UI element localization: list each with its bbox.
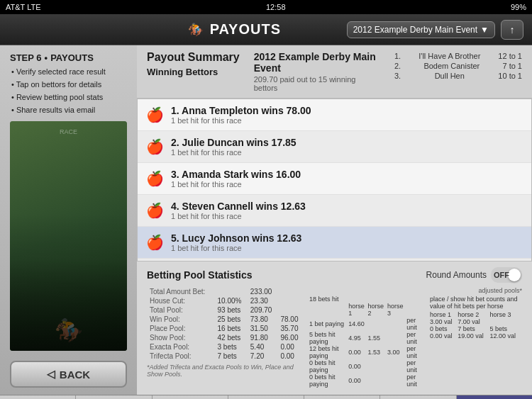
wins-table: horse 1 horse 2 horse 3 1 bet paying 14.… xyxy=(309,303,424,388)
show-h2: 1.53 xyxy=(368,345,387,359)
stat-label-5: Show Pool: xyxy=(147,333,214,342)
stat-row-6: Exacta Pool: 3 bets 5.40 0.00 xyxy=(147,342,304,352)
ps-vals-1: 3.00 val 7.00 val xyxy=(430,318,522,325)
stats-header: Betting Pool Statistics Round Amounts OF… xyxy=(147,267,522,283)
stat-col3-4: 35.70 xyxy=(277,324,304,333)
wins-hit-label: 18 bets hit xyxy=(309,296,424,303)
step-separator: • xyxy=(45,52,48,63)
stat-col3-7: 0.00 xyxy=(277,352,304,361)
step-number: STEP 6 xyxy=(10,52,42,63)
payout-subtitle: 209.70 paid out to 15 winning bettors xyxy=(254,75,380,92)
blank-cell xyxy=(309,303,348,317)
stat-col1-3: 25 bets xyxy=(214,315,247,324)
stat-col1-4: 16 bets xyxy=(214,324,247,333)
ps-h2: horse 2 xyxy=(458,311,489,318)
place-2-name: Bodem Canister xyxy=(423,62,480,70)
step-label: STEP 6 • PAYOUTS xyxy=(10,52,127,63)
time-label: 12:58 xyxy=(266,3,286,11)
stat-label-7: Trifecta Pool: xyxy=(147,352,214,361)
stats-right-col: adjusted pools* 18 bets hit horse 1 hors… xyxy=(309,287,522,388)
toggle-off-label: OFF xyxy=(494,271,509,279)
stat-label-6: Exacta Pool: xyxy=(147,342,214,352)
stat-col2-2: 209.70 xyxy=(248,305,278,315)
stat-label-4: Place Pool: xyxy=(147,324,214,333)
trifecta-h1: 0.00 xyxy=(348,373,367,388)
stat-col1-0 xyxy=(214,287,247,296)
place-show-col: place / show hit bet counts and value of… xyxy=(430,296,522,388)
per-unit-3: per unit xyxy=(406,345,424,359)
winner-icon-2: 🍎 xyxy=(146,138,164,155)
place-1-name: I'll Have A Brother xyxy=(419,52,480,60)
ps-2-v1: 0 bets xyxy=(430,325,458,332)
stat-col3-1 xyxy=(277,296,304,305)
win-label: 1 bet paying xyxy=(309,317,348,331)
stat-col3-0 xyxy=(277,287,304,296)
back-label: BACK xyxy=(60,369,90,381)
stat-col3-6: 0.00 xyxy=(277,342,304,352)
winner-icon-4: 🍎 xyxy=(146,202,164,219)
stats-section: Betting Pool Statistics Round Amounts OF… xyxy=(137,262,532,395)
payout-header: Payout Summary Winning Bettors 2012 Exam… xyxy=(137,45,532,99)
winner-info-5: 5. Lucy Johnson wins 12.63 1 bet hit for… xyxy=(171,232,523,252)
per-unit-2: per unit xyxy=(406,331,424,345)
tab-horses[interactable]: 🐴 Horses xyxy=(153,395,228,399)
win-pool-row: 1 bet paying 14.60 per unit xyxy=(309,317,424,331)
exacta-h2 xyxy=(368,359,387,373)
adj-pools-header: adjusted pools* xyxy=(309,287,522,294)
status-bar: AT&T LTE 12:58 99% xyxy=(0,0,532,14)
winner-item-2[interactable]: 🍎 2. Julie Duncan wins 17.85 1 bet hit f… xyxy=(138,131,531,163)
tab-results[interactable]: 🏆 Results xyxy=(380,395,456,399)
place-h3 xyxy=(387,331,406,345)
place-label: 5 bets hit paying xyxy=(309,331,348,345)
winner-info-2: 2. Julie Duncan wins 17.85 1 bet hit for… xyxy=(171,137,523,157)
winner-item-3[interactable]: 🍎 3. Amanda Stark wins 16.00 1 bet hit f… xyxy=(138,163,531,195)
stat-col3-2 xyxy=(277,305,304,315)
event-selector-label: 2012 Example Derby Main Event xyxy=(353,25,477,35)
event-selector[interactable]: 2012 Example Derby Main Event ▼ xyxy=(347,21,495,38)
stat-row-5: Show Pool: 42 bets 91.80 96.00 xyxy=(147,333,304,342)
winner-bets-1: 1 bet hit for this race xyxy=(171,116,523,125)
winner-item-4[interactable]: 🍎 4. Steven Cannell wins 12.63 1 bet hit… xyxy=(138,195,531,227)
winner-item-1[interactable]: 🍎 1. Anna Templeton wins 78.00 1 bet hit… xyxy=(138,99,531,131)
wins-hit-col: 18 bets hit horse 1 horse 2 horse 3 1 be… xyxy=(309,296,424,388)
app-title: PAYOUTS xyxy=(210,21,281,38)
winner-item-5[interactable]: 🍎 5. Lucy Johnson wins 12.63 1 bet hit f… xyxy=(138,227,531,259)
exacta-pool-row: 0 bets hit paying 0.00 per unit xyxy=(309,359,424,373)
winner-icon-1: 🍎 xyxy=(146,106,164,123)
payout-header-left: Payout Summary Winning Bettors xyxy=(147,51,240,77)
back-button[interactable]: ◁ BACK xyxy=(10,361,127,388)
stat-row-3: Win Pool: 25 bets 73.80 78.00 xyxy=(147,315,304,324)
sidebar-image: 🏇 RACE xyxy=(10,121,127,351)
stat-row-4: Place Pool: 16 bets 31.50 35.70 xyxy=(147,324,304,333)
back-arrow-icon: ◁ xyxy=(47,368,55,381)
share-button[interactable]: ↑ xyxy=(501,20,523,40)
tab-payouts[interactable]: 💰 Payouts xyxy=(457,395,532,399)
stats-columns: Total Amount Bet: 233.00 House Cut: 10.0… xyxy=(147,287,522,388)
winner-icon-5: 🍎 xyxy=(146,234,164,251)
place-2-odds: 7 to 1 xyxy=(502,62,522,70)
tab-races[interactable]: 🏁 Races xyxy=(76,395,152,399)
stats-main-col: Total Amount Bet: 233.00 House Cut: 10.0… xyxy=(147,287,304,388)
tab-bettors[interactable]: 👥 Bettors xyxy=(228,395,304,399)
horse-racing-icon: 🏇 xyxy=(188,22,204,38)
exacta-h1: 0.00 xyxy=(348,359,367,373)
ps-h1: horse 1 xyxy=(430,311,458,318)
tab-bets[interactable]: 💵 Bets xyxy=(304,395,380,399)
tab-home[interactable]: 🏠 Home xyxy=(0,395,76,399)
stat-col2-7: 7.20 xyxy=(248,352,278,361)
place-2-num: 2. xyxy=(394,62,401,70)
place-1-odds: 12 to 1 xyxy=(498,52,522,60)
winner-name-4: 4. Steven Cannell wins 12.63 xyxy=(171,201,523,212)
place-3-num: 3. xyxy=(394,72,401,80)
stat-col2-5: 91.80 xyxy=(248,333,278,342)
instruction-1: • Verify selected race result xyxy=(10,67,127,76)
trifecta-pool-row: 0 bets hit paying 0.00 per unit xyxy=(309,373,424,388)
header: 🏇 PAYOUTS 2012 Example Derby Main Event … xyxy=(0,14,532,45)
round-amounts-toggle[interactable]: Round Amounts OFF xyxy=(426,267,522,283)
payout-summary-title: Payout Summary xyxy=(147,51,240,64)
status-bar-left: AT&T LTE xyxy=(6,3,41,11)
exacta-h3 xyxy=(387,359,406,373)
right-panel: Payout Summary Winning Bettors 2012 Exam… xyxy=(137,45,532,395)
toggle-switch[interactable]: OFF xyxy=(491,267,522,283)
place-row-1: 1. I'll Have A Brother 12 to 1 xyxy=(394,51,522,61)
